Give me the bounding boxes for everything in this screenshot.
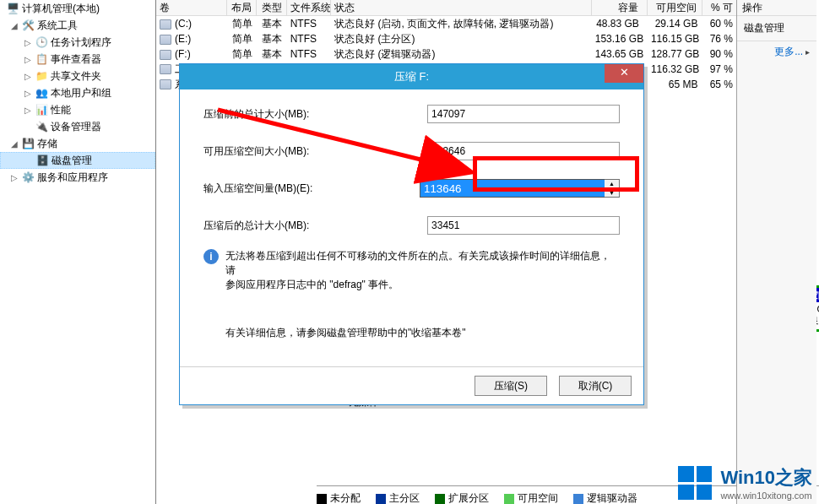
tree-root[interactable]: 🖥️ 计算机管理(本地) (0, 0, 155, 17)
spinner-down-icon[interactable]: ▼ (605, 189, 619, 198)
tree-root-label: 计算机管理(本地) (22, 2, 100, 16)
tree-event-viewer[interactable]: ▷ 📋 事件查看器 (0, 51, 155, 68)
tree-label: 设备管理器 (51, 120, 101, 134)
actions-header: 操作 (737, 0, 816, 16)
shrink-dialog: 压缩 F: ✕ 压缩前的总计大小(MB): 147097 可用压缩空间大小(MB… (179, 63, 644, 405)
legend-unalloc: 未分配 (330, 492, 361, 504)
nav-tree: 🖥️ 计算机管理(本地) ◢ 🛠️ 系统工具 ▷ 🕒 任务计划程序 ▷ 📋 事件… (0, 0, 156, 504)
col-status[interactable]: 状态 (331, 0, 591, 16)
volume-row[interactable]: (C:)简单基本NTFS状态良好 (启动, 页面文件, 故障转储, 逻辑驱动器)… (156, 16, 736, 31)
expand-icon[interactable]: ▷ (24, 106, 32, 115)
legend-extended-box (435, 494, 445, 504)
col-volume[interactable]: 卷 (156, 0, 227, 16)
info-line1: 无法将卷压缩到超出任何不可移动的文件所在的点。有关完成该操作时间的详细信息，请 (225, 249, 620, 278)
actions-section-title: 磁盘管理 (737, 16, 816, 41)
volume-row[interactable]: (F:)简单基本NTFS状态良好 (逻辑驱动器)143.65 GB128.77 … (156, 46, 736, 62)
tree-label: 存储 (37, 137, 57, 151)
collapse-icon[interactable]: ◢ (10, 21, 19, 30)
tree-label: 事件查看器 (51, 52, 101, 67)
legend-logical: 逻辑驱动器 (587, 492, 637, 504)
tree-label: 系统工具 (37, 19, 78, 33)
expand-icon[interactable]: ▷ (24, 55, 32, 64)
perf-icon: 📊 (35, 103, 48, 117)
info-icon: i (203, 249, 219, 264)
close-icon: ✕ (620, 66, 629, 79)
folder-icon: 📁 (35, 69, 48, 83)
tree-storage[interactable]: ◢ 💾 存储 (0, 135, 155, 152)
tree-device-manager[interactable]: ▷ 🔌 设备管理器 (0, 118, 155, 135)
shrink-button[interactable]: 压缩(S) (475, 376, 547, 396)
spinner-buttons[interactable]: ▲ ▼ (605, 179, 620, 198)
shrink-amount-label: 输入压缩空间量(MB)(E): (203, 182, 420, 196)
col-free[interactable]: 可用空间 (648, 0, 703, 16)
tree-shared-folders[interactable]: ▷ 📁 共享文件夹 (0, 68, 155, 84)
tree-services-apps[interactable]: ▷ ⚙️ 服务和应用程序 (0, 169, 155, 186)
spinner-up-icon[interactable]: ▲ (605, 180, 619, 189)
dialog-titlebar[interactable]: 压缩 F: ✕ (180, 64, 643, 89)
cancel-button[interactable]: 取消(C) (559, 376, 632, 396)
legend-primary: 主分区 (389, 492, 420, 504)
tools-icon: 🛠️ (21, 19, 35, 32)
expand-icon[interactable]: ▷ (24, 72, 32, 81)
storage-icon: 💾 (21, 137, 35, 150)
legend-free-box (504, 494, 514, 504)
expand-icon[interactable]: ▷ (24, 38, 32, 47)
tree-disk-management[interactable]: ▷ 🗄️ 磁盘管理 (0, 152, 155, 169)
tree-local-users[interactable]: ▷ 👥 本地用户和组 (0, 84, 155, 101)
shrink-amount-spinner[interactable]: ▲ ▼ (420, 179, 620, 198)
users-icon: 👥 (35, 86, 48, 100)
legend-unalloc-box (317, 494, 327, 504)
drive-icon (160, 64, 171, 74)
actions-more-link[interactable]: 更多... (737, 41, 816, 62)
detail-hint: 有关详细信息，请参阅磁盘管理帮助中的"收缩基本卷" (225, 326, 620, 340)
device-icon: 🔌 (35, 120, 48, 133)
event-icon: 📋 (35, 52, 48, 66)
legend-free: 可用空间 (518, 492, 558, 504)
drive-icon (160, 19, 171, 30)
volumes-header: 卷 布局 类型 文件系统 状态 容量 可用空间 % 可 (156, 0, 736, 16)
legend-logical-box (573, 494, 583, 504)
tree-task-scheduler[interactable]: ▷ 🕒 任务计划程序 (0, 34, 155, 51)
info-line2: 参阅应用程序日志中的 "defrag" 事件。 (225, 278, 620, 292)
expand-icon[interactable]: ▷ (10, 173, 19, 182)
shrink-amount-input[interactable] (420, 179, 616, 198)
after-size-label: 压缩后的总计大小(MB): (203, 219, 427, 233)
collapse-icon[interactable]: ◢ (10, 139, 19, 149)
drive-icon (160, 35, 171, 45)
expand-icon[interactable]: ▷ (24, 89, 32, 98)
tree-label: 磁盘管理 (52, 154, 92, 168)
services-icon: ⚙️ (21, 171, 35, 184)
close-button[interactable]: ✕ (605, 64, 643, 83)
windows-logo-icon (678, 466, 712, 500)
legend-primary-box (376, 494, 386, 504)
dialog-buttons: 压缩(S) 取消(C) (180, 366, 643, 404)
tree-label: 服务和应用程序 (37, 171, 108, 185)
tree-performance[interactable]: ▷ 📊 性能 (0, 101, 155, 118)
actions-panel: 操作 磁盘管理 更多... (737, 0, 816, 504)
drive-icon (160, 79, 171, 89)
info-message: i 无法将卷压缩到超出任何不可移动的文件所在的点。有关完成该操作时间的详细信息，… (203, 249, 620, 292)
col-fs[interactable]: 文件系统 (287, 0, 331, 16)
volume-row[interactable]: (E:)简单基本NTFS状态良好 (主分区)153.16 GB116.15 GB… (156, 31, 736, 46)
watermark: Win10之家 www.win10xitong.com (678, 465, 812, 501)
tree-label: 任务计划程序 (51, 35, 111, 50)
tree-label: 性能 (51, 103, 71, 117)
available-shrink-label: 可用压缩空间大小(MB): (203, 144, 427, 159)
col-type[interactable]: 类型 (257, 0, 286, 16)
col-layout[interactable]: 布局 (227, 0, 257, 16)
dialog-body: 压缩前的总计大小(MB): 147097 可用压缩空间大小(MB): 11364… (180, 89, 643, 349)
watermark-title: Win10之家 (720, 465, 812, 490)
before-size-value: 147097 (427, 105, 620, 123)
tree-label: 共享文件夹 (51, 69, 101, 84)
dialog-title-text: 压缩 F: (394, 70, 429, 83)
col-capacity[interactable]: 容量 (592, 0, 648, 16)
available-shrink-value: 113646 (427, 142, 620, 160)
clock-icon: 🕒 (35, 35, 48, 49)
watermark-url: www.win10xitong.com (720, 490, 811, 501)
legend-extended: 扩展分区 (448, 492, 489, 504)
tree-system-tools[interactable]: ◢ 🛠️ 系统工具 (0, 17, 155, 34)
col-pct[interactable]: % 可 (702, 0, 736, 16)
disk-icon: 🗄️ (35, 154, 49, 167)
before-size-label: 压缩前的总计大小(MB): (203, 107, 427, 122)
computer-icon: 🖥️ (6, 2, 19, 15)
